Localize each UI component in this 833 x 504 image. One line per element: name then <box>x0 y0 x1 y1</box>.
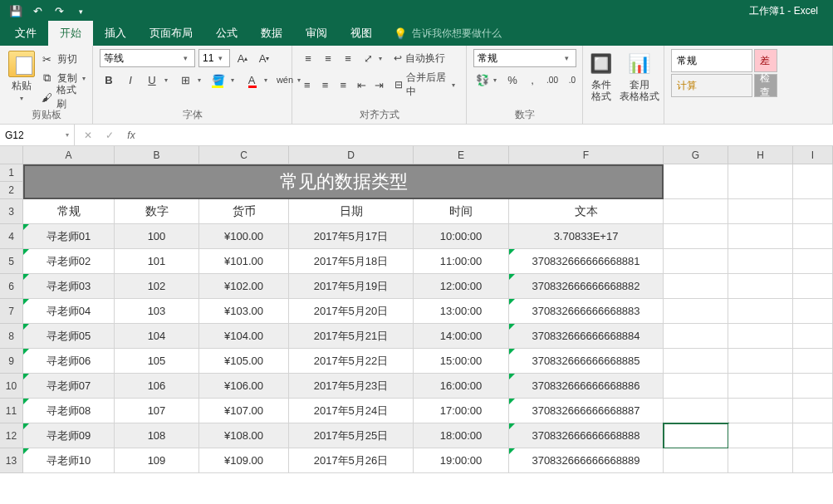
format-painter-button[interactable]: 🖌格式刷 <box>41 89 86 105</box>
row-header-7[interactable]: 7 <box>0 299 23 324</box>
cell[interactable] <box>728 224 793 249</box>
data-cell[interactable]: 寻老师09 <box>23 423 115 448</box>
data-cell[interactable]: ¥108.00 <box>199 423 289 448</box>
cancel-button[interactable]: ✕ <box>78 127 98 144</box>
table-header-cell[interactable]: 文本 <box>509 199 664 224</box>
data-cell[interactable]: 101 <box>115 249 199 274</box>
table-header-cell[interactable]: 货币 <box>199 199 289 224</box>
cell[interactable] <box>664 399 728 423</box>
paste-button[interactable]: 粘贴 ▾ <box>7 49 37 106</box>
wrap-text-button[interactable]: ↩自动换行 <box>394 51 445 66</box>
cell[interactable] <box>728 164 793 199</box>
orientation-button[interactable]: ⤢ <box>359 49 377 67</box>
cell[interactable] <box>664 423 728 448</box>
data-cell[interactable]: 2017年5月19日 <box>289 274 414 299</box>
cell-style-normal[interactable]: 常规 <box>671 49 752 72</box>
cell[interactable] <box>728 448 793 473</box>
merge-center-button[interactable]: ⊟合并后居中▾ <box>394 71 459 99</box>
row-header-5[interactable]: 5 <box>0 249 23 274</box>
cell[interactable] <box>793 224 833 249</box>
decrease-indent-button[interactable]: ⇤ <box>353 76 370 94</box>
row-header-10[interactable]: 10 <box>0 374 23 399</box>
data-cell[interactable]: 102 <box>115 274 199 299</box>
cut-button[interactable]: ✂剪切 <box>41 51 86 67</box>
cell[interactable] <box>664 199 728 224</box>
cell[interactable] <box>728 374 793 399</box>
data-cell[interactable]: 寻老师03 <box>23 274 115 299</box>
cell[interactable] <box>664 274 728 299</box>
data-cell[interactable]: 寻老师01 <box>23 224 115 249</box>
decrease-decimal-button[interactable]: .0 <box>563 71 581 89</box>
data-cell[interactable]: 370832666666668887 <box>509 399 664 423</box>
col-header-B[interactable]: B <box>115 146 199 164</box>
cell[interactable] <box>664 349 728 374</box>
col-header-H[interactable]: H <box>728 146 793 164</box>
cell-style-bad[interactable]: 差 <box>754 49 777 72</box>
tab-file[interactable]: 文件 <box>3 21 48 46</box>
data-cell[interactable]: 10:00:00 <box>414 224 509 249</box>
col-header-D[interactable]: D <box>289 146 414 164</box>
tab-view[interactable]: 视图 <box>339 21 384 46</box>
col-header-G[interactable]: G <box>664 146 728 164</box>
cell[interactable] <box>664 448 728 473</box>
data-cell[interactable]: 2017年5月23日 <box>289 374 414 399</box>
data-cell[interactable]: 2017年5月24日 <box>289 399 414 423</box>
select-all-corner[interactable] <box>0 146 23 164</box>
row-header-1[interactable]: 1 <box>0 164 23 182</box>
data-cell[interactable]: ¥104.00 <box>199 324 289 349</box>
cell[interactable] <box>793 299 833 324</box>
row-header-9[interactable]: 9 <box>0 349 23 374</box>
bold-button[interactable]: B <box>100 71 118 89</box>
cell[interactable] <box>728 299 793 324</box>
data-cell[interactable]: 寻老师06 <box>23 349 115 374</box>
data-cell[interactable]: 14:00:00 <box>414 324 509 349</box>
underline-button[interactable]: U <box>143 71 161 89</box>
data-cell[interactable]: ¥102.00 <box>199 274 289 299</box>
data-cell[interactable]: 17:00:00 <box>414 399 509 423</box>
table-header-cell[interactable]: 常规 <box>23 199 115 224</box>
tab-home[interactable]: 开始 <box>48 21 93 46</box>
cell[interactable] <box>664 164 728 199</box>
cell[interactable] <box>793 199 833 224</box>
cell[interactable] <box>793 448 833 473</box>
col-header-F[interactable]: F <box>509 146 664 164</box>
data-cell[interactable]: 2017年5月25日 <box>289 423 414 448</box>
cell[interactable] <box>793 399 833 423</box>
align-bottom-button[interactable]: ≡ <box>339 49 357 67</box>
cell[interactable] <box>664 299 728 324</box>
table-header-cell[interactable]: 日期 <box>289 199 414 224</box>
row-header-12[interactable]: 12 <box>0 423 23 448</box>
data-cell[interactable]: 103 <box>115 299 199 324</box>
data-cell[interactable]: 15:00:00 <box>414 349 509 374</box>
data-cell[interactable]: ¥101.00 <box>199 249 289 274</box>
tab-data[interactable]: 数据 <box>249 21 294 46</box>
cell[interactable] <box>728 324 793 349</box>
tab-formulas[interactable]: 公式 <box>204 21 249 46</box>
data-cell[interactable]: 2017年5月26日 <box>289 448 414 473</box>
tab-review[interactable]: 审阅 <box>294 21 339 46</box>
row-header-8[interactable]: 8 <box>0 324 23 349</box>
cell[interactable] <box>728 249 793 274</box>
enter-button[interactable]: ✓ <box>100 127 120 144</box>
save-icon[interactable]: 💾 <box>7 2 25 21</box>
align-right-button[interactable]: ≡ <box>336 76 352 94</box>
conditional-format-button[interactable]: 🔲 条件格式 <box>588 49 615 109</box>
data-cell[interactable]: 370832666666668883 <box>509 299 664 324</box>
number-format-combo[interactable]: 常规▾ <box>473 49 576 67</box>
fill-color-button[interactable]: 🪣 <box>209 71 228 89</box>
data-cell[interactable]: 370832666666668886 <box>509 374 664 399</box>
font-name-combo[interactable]: 等线▾ <box>100 49 195 67</box>
table-header-cell[interactable]: 数字 <box>115 199 199 224</box>
cell[interactable] <box>728 274 793 299</box>
data-cell[interactable]: ¥106.00 <box>199 374 289 399</box>
data-cell[interactable]: 370832666666668888 <box>509 423 664 448</box>
increase-indent-button[interactable]: ⇥ <box>371 76 388 94</box>
row-header-11[interactable]: 11 <box>0 399 23 423</box>
border-button[interactable]: ⊞ <box>176 71 194 89</box>
align-center-button[interactable]: ≡ <box>317 76 334 94</box>
spreadsheet-grid[interactable]: ABCDEFGHI 12345678910111213 常见的数据类型常规数字货… <box>0 146 833 504</box>
data-cell[interactable]: 16:00:00 <box>414 374 509 399</box>
data-cell[interactable]: 12:00:00 <box>414 274 509 299</box>
qat-customize-icon[interactable]: ▾ <box>71 2 90 21</box>
row-header-6[interactable]: 6 <box>0 274 23 299</box>
